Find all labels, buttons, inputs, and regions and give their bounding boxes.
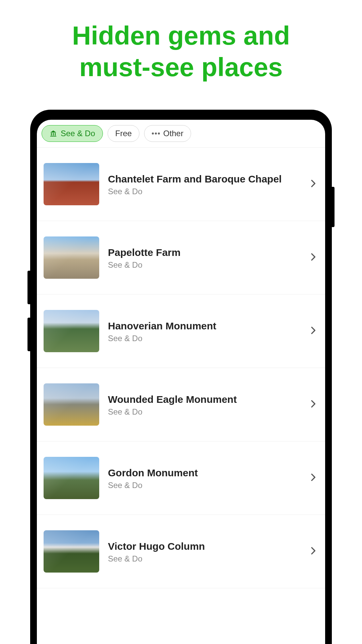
item-thumbnail	[44, 457, 99, 499]
phone-power-button	[332, 187, 335, 227]
item-subtitle: See & Do	[108, 334, 299, 343]
item-subtitle: See & Do	[108, 554, 299, 564]
item-title: Gordon Monument	[108, 466, 299, 479]
filter-label: Other	[163, 129, 183, 138]
phone-volume-up	[27, 271, 30, 304]
item-title: Wounded Eagle Monument	[108, 393, 299, 406]
svg-rect-1	[53, 133, 54, 136]
list-item[interactable]: Gordon MonumentSee & Do	[37, 441, 325, 515]
item-thumbnail	[44, 310, 99, 352]
chevron-right-icon	[308, 398, 318, 411]
chevron-right-icon	[308, 472, 318, 484]
phone-volume-down	[27, 318, 30, 351]
svg-rect-2	[55, 133, 56, 136]
chevron-right-icon	[308, 325, 318, 337]
item-text: Wounded Eagle MonumentSee & Do	[108, 393, 299, 417]
item-subtitle: See & Do	[108, 407, 299, 417]
chevron-right-icon	[308, 178, 318, 190]
item-thumbnail	[44, 530, 99, 573]
item-text: Gordon MonumentSee & Do	[108, 466, 299, 490]
filter-chip-other[interactable]: Other	[144, 125, 191, 142]
chevron-right-icon	[308, 545, 318, 557]
place-list[interactable]: Chantelet Farm and Baroque ChapelSee & D…	[37, 148, 325, 644]
filter-chip-see-do[interactable]: See & Do	[42, 125, 103, 142]
item-subtitle: See & Do	[108, 481, 299, 490]
museum-icon	[49, 129, 57, 138]
more-dots-icon	[152, 132, 160, 135]
svg-rect-3	[50, 136, 56, 137]
item-title: Chantelet Farm and Baroque Chapel	[108, 172, 299, 185]
item-thumbnail	[44, 163, 99, 205]
filter-label: Free	[115, 129, 132, 138]
promo-line-1: Hidden gems and	[72, 21, 290, 50]
item-thumbnail	[44, 236, 99, 279]
svg-rect-0	[51, 133, 52, 136]
promo-line-2: must-see places	[79, 52, 283, 82]
promo-headline: Hidden gems and must-see places	[0, 0, 362, 96]
item-title: Victor Hugo Column	[108, 540, 299, 553]
item-text: Papelotte FarmSee & Do	[108, 246, 299, 270]
phone-screen: See & DoFreeOther Chantelet Farm and Bar…	[37, 120, 325, 644]
list-item[interactable]: Chantelet Farm and Baroque ChapelSee & D…	[37, 148, 325, 221]
item-thumbnail	[44, 383, 99, 426]
item-text: Victor Hugo ColumnSee & Do	[108, 540, 299, 564]
list-item[interactable]: Papelotte FarmSee & Do	[37, 221, 325, 294]
item-title: Papelotte Farm	[108, 246, 299, 259]
item-title: Hanoverian Monument	[108, 319, 299, 332]
phone-mockup-frame: See & DoFreeOther Chantelet Farm and Bar…	[30, 110, 332, 644]
filter-bar: See & DoFreeOther	[37, 120, 325, 148]
filter-chip-free[interactable]: Free	[108, 125, 139, 142]
chevron-right-icon	[308, 252, 318, 264]
item-subtitle: See & Do	[108, 260, 299, 270]
item-subtitle: See & Do	[108, 187, 299, 196]
item-text: Hanoverian MonumentSee & Do	[108, 319, 299, 343]
list-item[interactable]: Wounded Eagle MonumentSee & Do	[37, 368, 325, 441]
filter-label: See & Do	[61, 129, 95, 138]
item-text: Chantelet Farm and Baroque ChapelSee & D…	[108, 172, 299, 196]
list-item[interactable]: Victor Hugo ColumnSee & Do	[37, 515, 325, 588]
list-item[interactable]: Hanoverian MonumentSee & Do	[37, 294, 325, 368]
